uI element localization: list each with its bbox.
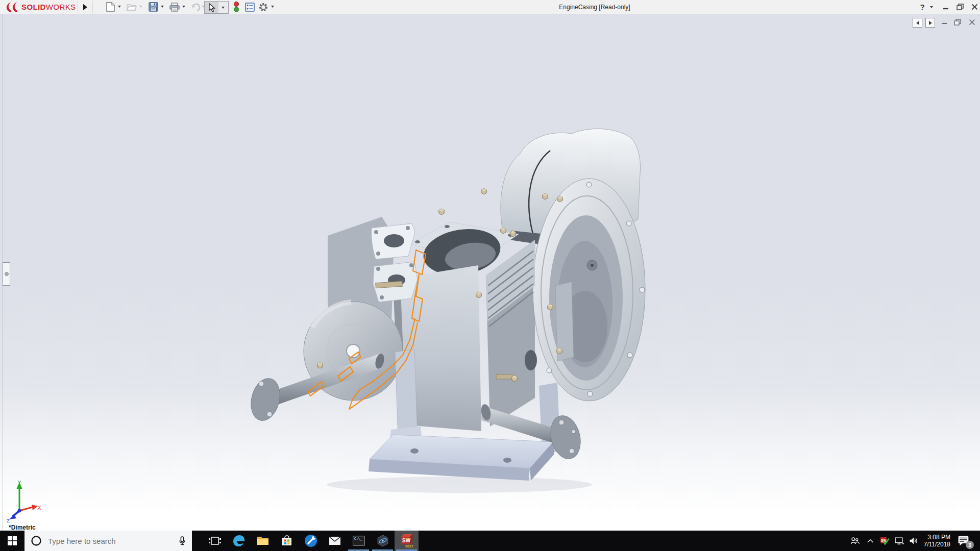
taskbar-app-mail[interactable] <box>323 531 347 551</box>
screen: SOLIDWORKS <box>0 0 980 551</box>
wrench-circle-icon <box>304 534 317 547</box>
file-properties-button[interactable] <box>244 2 255 12</box>
open-dropdown-caret[interactable] <box>139 6 142 8</box>
windows-taskbar: C:\_ SW 2017 <box>0 531 980 551</box>
select-tool-group <box>204 1 229 14</box>
model-shadow <box>327 477 592 493</box>
orientation-triad: Y X Z <box>4 479 42 523</box>
chevron-up-icon <box>867 538 874 543</box>
tray-overflow-button[interactable] <box>864 531 877 551</box>
edge-icon <box>232 534 246 548</box>
hexagon-app-icon <box>377 535 389 547</box>
speaker-icon <box>909 537 918 545</box>
titlebar: SOLIDWORKS <box>0 0 980 14</box>
window-title: EngineCasing [Read-only] <box>531 4 658 11</box>
restore-icon <box>957 4 964 10</box>
engine-casing-model[interactable] <box>0 14 980 531</box>
solidworks-monitor-tray[interactable]: SW <box>878 531 892 551</box>
options-gear-icon <box>258 2 268 12</box>
print-button[interactable] <box>169 2 180 12</box>
taskbar-app-edge[interactable] <box>227 531 251 551</box>
people-icon <box>850 537 860 545</box>
z-axis-label: Z <box>7 518 10 523</box>
task-view-icon <box>209 536 221 546</box>
view-orientation-label: *Dimetric <box>9 524 36 531</box>
restore-button[interactable] <box>954 2 966 12</box>
new-button[interactable] <box>105 2 116 12</box>
minimize-button[interactable] <box>940 2 951 12</box>
toolbar-separator <box>78 1 78 13</box>
taskbar-app-cad-utility[interactable] <box>371 531 395 551</box>
search-input[interactable] <box>47 536 178 546</box>
microphone-icon[interactable] <box>178 536 187 545</box>
start-button[interactable] <box>0 531 24 551</box>
options-dropdown-caret[interactable] <box>271 6 274 8</box>
close-button[interactable] <box>969 2 980 12</box>
open-button[interactable] <box>126 2 137 12</box>
menu-flyout-button[interactable] <box>80 1 90 13</box>
notification-badge: 3 <box>966 541 974 549</box>
undo-icon <box>191 3 201 11</box>
taskbar-app-store[interactable] <box>275 531 299 551</box>
graphics-viewport[interactable]: Y X Z *Dimetric <box>0 14 980 531</box>
prompt-text: C:\_ <box>354 537 362 541</box>
file-properties-icon <box>245 3 255 12</box>
select-cursor-icon <box>208 3 215 12</box>
sw-letters: SW <box>402 538 411 543</box>
select-tool-button[interactable] <box>205 2 218 13</box>
network-icon <box>895 537 904 545</box>
cortana-icon <box>31 535 42 546</box>
help-dropdown-caret[interactable] <box>930 6 933 8</box>
taskbar-app-command-prompt[interactable]: C:\_ <box>347 531 371 551</box>
mail-icon <box>329 536 341 545</box>
task-view-button[interactable] <box>203 531 227 551</box>
microsoft-store-icon <box>281 535 293 547</box>
command-prompt-icon: C:\_ <box>353 536 365 546</box>
x-axis-arrow <box>32 505 38 510</box>
taskbar-app-file-explorer[interactable] <box>251 531 275 551</box>
select-dropdown-caret[interactable] <box>218 2 227 13</box>
clock-time: 3:08 PM <box>927 534 950 541</box>
print-icon <box>169 3 180 12</box>
windows-logo-icon <box>8 536 17 545</box>
sw-year: 2017 <box>405 544 413 548</box>
save-button[interactable] <box>148 2 159 12</box>
solidworks-app-icon: SW 2017 <box>400 533 414 548</box>
flyout-arrow-icon <box>83 4 87 10</box>
options-button[interactable] <box>258 2 269 12</box>
rebuild-button[interactable] <box>231 2 242 12</box>
solidworks-logo: SOLIDWORKS <box>4 1 76 13</box>
save-dropdown-caret[interactable] <box>161 6 164 8</box>
file-explorer-icon <box>257 536 269 546</box>
rebuild-traffic-light-icon <box>233 2 239 12</box>
solidworks-logo-icon <box>4 2 19 13</box>
network-tray-button[interactable] <box>892 531 906 551</box>
close-icon <box>971 4 978 10</box>
solidworks-logo-text: SOLIDWORKS <box>21 3 76 11</box>
taskbar-search[interactable] <box>24 531 192 551</box>
save-floppy-icon <box>149 2 158 12</box>
taskbar-clock[interactable]: 3:08 PM 7/11/2018 <box>919 531 950 551</box>
x-axis-label: X <box>37 505 41 511</box>
minimize-icon <box>943 4 949 10</box>
action-center-button[interactable]: 3 <box>952 531 975 551</box>
new-dropdown-caret[interactable] <box>118 6 121 8</box>
caret-icon <box>222 7 225 9</box>
toolbar-separator <box>92 1 93 13</box>
undo-button[interactable] <box>190 2 202 12</box>
clock-date: 7/11/2018 <box>924 541 951 548</box>
print-dropdown-caret[interactable] <box>182 6 185 8</box>
new-document-icon <box>106 2 115 12</box>
open-folder-icon <box>127 3 137 11</box>
sw-check-icon: SW <box>880 537 890 545</box>
people-button[interactable] <box>847 531 863 551</box>
taskbar-app-solidworks[interactable]: SW 2017 <box>395 531 419 551</box>
taskbar-app-settings-tool[interactable] <box>299 531 323 551</box>
y-axis-label: Y <box>17 480 21 486</box>
help-button[interactable]: ? <box>917 2 928 12</box>
